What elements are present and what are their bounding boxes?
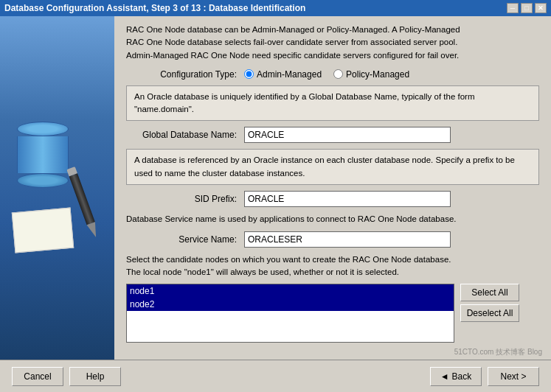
service-info-text: Database Service name is used by applica… bbox=[126, 213, 539, 225]
title-bar: Database Configuration Assistant, Step 3… bbox=[0, 0, 551, 16]
global-db-info-box: An Oracle database is uniquely identifie… bbox=[126, 85, 539, 122]
config-type-radio-group: Admin-Managed Policy-Managed bbox=[244, 69, 409, 80]
watermark: 51CTO.com 技术博客 Blog bbox=[454, 347, 542, 357]
service-label: Service Name: bbox=[126, 234, 244, 245]
nodes-section: Select the candidate nodes on which you … bbox=[126, 253, 539, 343]
global-db-info-text: An Oracle database is uniquely identifie… bbox=[134, 92, 475, 113]
bottom-right-buttons: ◄ Back Next > bbox=[430, 367, 539, 386]
instance-info-text: A database is referenced by an Oracle in… bbox=[134, 155, 515, 177]
policy-managed-option[interactable]: Policy-Managed bbox=[333, 69, 409, 80]
sid-input[interactable] bbox=[244, 191, 451, 207]
admin-managed-label: Admin-Managed bbox=[257, 69, 322, 80]
config-type-label: Configuration Type: bbox=[126, 69, 244, 80]
node-item-1[interactable]: node1 bbox=[127, 284, 454, 298]
cancel-button[interactable]: Cancel bbox=[12, 367, 63, 386]
maximize-button[interactable]: □ bbox=[521, 3, 533, 13]
admin-managed-radio[interactable] bbox=[244, 69, 254, 79]
config-type-row: Configuration Type: Admin-Managed Policy… bbox=[126, 69, 539, 80]
global-db-label: Global Database Name: bbox=[126, 130, 244, 140]
sidebar bbox=[0, 16, 114, 360]
service-row: Service Name: bbox=[126, 231, 539, 248]
node-item-2[interactable]: node2 bbox=[127, 298, 454, 311]
service-input[interactable] bbox=[244, 231, 451, 248]
window-title: Database Configuration Assistant, Step 3… bbox=[4, 3, 305, 13]
node-buttons: Select All Deselect All bbox=[460, 284, 519, 322]
bottom-left-buttons: Cancel Help bbox=[12, 367, 121, 386]
sid-label: SID Prefix: bbox=[126, 194, 244, 204]
admin-managed-option[interactable]: Admin-Managed bbox=[244, 69, 322, 80]
close-button[interactable]: ✕ bbox=[535, 3, 547, 13]
global-db-input[interactable] bbox=[244, 127, 451, 143]
window-controls: ─ □ ✕ bbox=[507, 3, 547, 13]
policy-managed-label: Policy-Managed bbox=[346, 69, 409, 80]
main-container: RAC One Node database can be Admin-Manag… bbox=[0, 16, 551, 360]
help-button[interactable]: Help bbox=[69, 367, 121, 386]
nodes-description: Select the candidate nodes on which you … bbox=[126, 253, 539, 279]
nodes-list[interactable]: node1 node2 bbox=[126, 284, 454, 343]
paper-icon bbox=[11, 208, 73, 253]
minimize-button[interactable]: ─ bbox=[507, 3, 519, 13]
deselect-all-button[interactable]: Deselect All bbox=[460, 304, 519, 322]
content-area: RAC One Node database can be Admin-Manag… bbox=[114, 16, 551, 360]
node-item-3[interactable] bbox=[127, 311, 454, 314]
back-button[interactable]: ◄ Back bbox=[430, 367, 482, 386]
bottom-bar: Cancel Help ◄ Back Next > bbox=[0, 360, 551, 392]
top-description: RAC One Node database can be Admin-Manag… bbox=[126, 24, 539, 62]
global-db-row: Global Database Name: bbox=[126, 127, 539, 143]
policy-managed-radio[interactable] bbox=[333, 69, 343, 79]
sid-row: SID Prefix: bbox=[126, 191, 539, 207]
nodes-container: node1 node2 Select All Deselect All bbox=[126, 284, 539, 343]
back-arrow-icon: ◄ bbox=[440, 371, 449, 382]
instance-info-box: A database is referenced by an Oracle in… bbox=[126, 149, 539, 185]
sidebar-image bbox=[10, 114, 105, 262]
next-button[interactable]: Next > bbox=[488, 367, 539, 386]
select-all-button[interactable]: Select All bbox=[460, 284, 519, 301]
